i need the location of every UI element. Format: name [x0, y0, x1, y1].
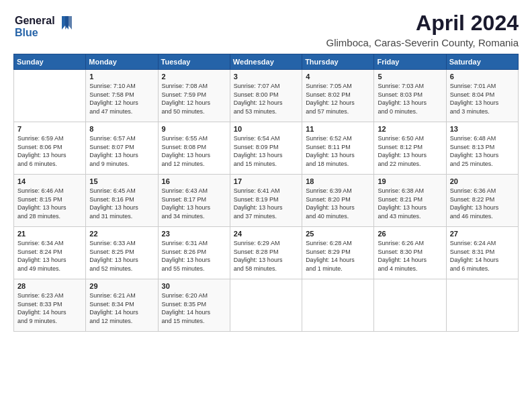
- day-info: Sunrise: 6:50 AM Sunset: 8:12 PM Dayligh…: [378, 134, 442, 168]
- calendar-cell: [230, 279, 302, 332]
- day-info: Sunrise: 6:26 AM Sunset: 8:30 PM Dayligh…: [378, 239, 442, 273]
- day-info: Sunrise: 6:48 AM Sunset: 8:13 PM Dayligh…: [450, 134, 515, 168]
- day-number: 19: [378, 177, 442, 185]
- calendar-cell: 7Sunrise: 6:59 AM Sunset: 8:06 PM Daylig…: [14, 122, 86, 175]
- day-number: 16: [162, 177, 226, 185]
- week-row-2: 7Sunrise: 6:59 AM Sunset: 8:06 PM Daylig…: [14, 122, 519, 175]
- day-number: 28: [17, 282, 82, 290]
- calendar-cell: 26Sunrise: 6:26 AM Sunset: 8:30 PM Dayli…: [374, 227, 446, 279]
- svg-text:General: General: [15, 15, 55, 26]
- day-number: 3: [234, 73, 298, 81]
- day-number: 2: [162, 73, 226, 81]
- day-info: Sunrise: 7:01 AM Sunset: 8:04 PM Dayligh…: [450, 82, 515, 116]
- calendar-cell: 25Sunrise: 6:28 AM Sunset: 8:29 PM Dayli…: [302, 227, 374, 279]
- day-info: Sunrise: 7:10 AM Sunset: 7:58 PM Dayligh…: [89, 82, 154, 116]
- day-number: 25: [306, 230, 370, 238]
- calendar-cell: 1Sunrise: 7:10 AM Sunset: 7:58 PM Daylig…: [86, 70, 158, 122]
- day-info: Sunrise: 7:03 AM Sunset: 8:03 PM Dayligh…: [378, 82, 442, 116]
- day-number: 8: [89, 125, 154, 133]
- calendar-cell: 28Sunrise: 6:23 AM Sunset: 8:33 PM Dayli…: [14, 279, 86, 332]
- calendar-cell: 13Sunrise: 6:48 AM Sunset: 8:13 PM Dayli…: [446, 122, 518, 175]
- week-row-4: 21Sunrise: 6:34 AM Sunset: 8:24 PM Dayli…: [14, 227, 519, 279]
- day-number: 15: [89, 177, 154, 185]
- calendar-cell: 23Sunrise: 6:31 AM Sunset: 8:26 PM Dayli…: [158, 227, 230, 279]
- day-header-saturday: Saturday: [446, 54, 518, 70]
- day-info: Sunrise: 6:46 AM Sunset: 8:15 PM Dayligh…: [17, 187, 82, 220]
- day-number: 5: [378, 73, 442, 81]
- week-row-3: 14Sunrise: 6:46 AM Sunset: 8:15 PM Dayli…: [14, 175, 519, 227]
- day-header-tuesday: Tuesday: [158, 54, 230, 70]
- calendar-cell: 19Sunrise: 6:38 AM Sunset: 8:21 PM Dayli…: [374, 175, 446, 227]
- day-info: Sunrise: 6:29 AM Sunset: 8:28 PM Dayligh…: [234, 239, 298, 273]
- day-info: Sunrise: 6:55 AM Sunset: 8:08 PM Dayligh…: [162, 134, 226, 168]
- calendar-cell: 3Sunrise: 7:07 AM Sunset: 8:00 PM Daylig…: [230, 70, 302, 122]
- calendar-cell: [374, 279, 446, 332]
- calendar-cell: 30Sunrise: 6:20 AM Sunset: 8:35 PM Dayli…: [158, 279, 230, 332]
- day-header-wednesday: Wednesday: [230, 54, 302, 70]
- calendar-container: General Blue April 2024 Glimboca, Caras-…: [0, 0, 532, 411]
- calendar-cell: 10Sunrise: 6:54 AM Sunset: 8:09 PM Dayli…: [230, 122, 302, 175]
- day-info: Sunrise: 6:45 AM Sunset: 8:16 PM Dayligh…: [89, 187, 154, 220]
- day-number: 18: [306, 177, 370, 185]
- day-info: Sunrise: 6:41 AM Sunset: 8:19 PM Dayligh…: [234, 187, 298, 220]
- day-info: Sunrise: 6:57 AM Sunset: 8:07 PM Dayligh…: [89, 134, 154, 168]
- day-info: Sunrise: 6:54 AM Sunset: 8:09 PM Dayligh…: [234, 134, 298, 168]
- day-info: Sunrise: 6:23 AM Sunset: 8:33 PM Dayligh…: [17, 291, 82, 325]
- day-info: Sunrise: 6:38 AM Sunset: 8:21 PM Dayligh…: [378, 187, 442, 220]
- day-info: Sunrise: 6:20 AM Sunset: 8:35 PM Dayligh…: [162, 291, 226, 325]
- calendar-cell: 17Sunrise: 6:41 AM Sunset: 8:19 PM Dayli…: [230, 175, 302, 227]
- day-number: 7: [17, 125, 82, 133]
- day-header-friday: Friday: [374, 54, 446, 70]
- calendar-cell: 6Sunrise: 7:01 AM Sunset: 8:04 PM Daylig…: [446, 70, 518, 122]
- day-number: 27: [450, 230, 515, 238]
- calendar-cell: 5Sunrise: 7:03 AM Sunset: 8:03 PM Daylig…: [374, 70, 446, 122]
- day-number: 10: [234, 125, 298, 133]
- week-row-5: 28Sunrise: 6:23 AM Sunset: 8:33 PM Dayli…: [14, 279, 519, 332]
- day-number: 29: [89, 282, 154, 290]
- calendar-cell: 12Sunrise: 6:50 AM Sunset: 8:12 PM Dayli…: [374, 122, 446, 175]
- day-number: 14: [17, 177, 82, 185]
- svg-text:Blue: Blue: [15, 27, 38, 38]
- day-info: Sunrise: 6:34 AM Sunset: 8:24 PM Dayligh…: [17, 239, 82, 273]
- day-number: 4: [306, 73, 370, 81]
- day-number: 21: [17, 230, 82, 238]
- day-info: Sunrise: 6:31 AM Sunset: 8:26 PM Dayligh…: [162, 239, 226, 273]
- header: General Blue April 2024 Glimboca, Caras-…: [13, 11, 519, 48]
- calendar-cell: [302, 279, 374, 332]
- calendar-cell: 24Sunrise: 6:29 AM Sunset: 8:28 PM Dayli…: [230, 227, 302, 279]
- day-number: 13: [450, 125, 515, 133]
- days-header-row: SundayMondayTuesdayWednesdayThursdayFrid…: [14, 54, 519, 70]
- title-area: April 2024 Glimboca, Caras-Severin Count…: [326, 11, 519, 48]
- day-info: Sunrise: 7:08 AM Sunset: 7:59 PM Dayligh…: [162, 82, 226, 116]
- day-number: 6: [450, 73, 515, 81]
- calendar-cell: 18Sunrise: 6:39 AM Sunset: 8:20 PM Dayli…: [302, 175, 374, 227]
- day-info: Sunrise: 6:39 AM Sunset: 8:20 PM Dayligh…: [306, 187, 370, 220]
- day-header-sunday: Sunday: [14, 54, 86, 70]
- calendar-cell: 29Sunrise: 6:21 AM Sunset: 8:34 PM Dayli…: [86, 279, 158, 332]
- calendar-cell: 11Sunrise: 6:52 AM Sunset: 8:11 PM Dayli…: [302, 122, 374, 175]
- day-info: Sunrise: 6:59 AM Sunset: 8:06 PM Dayligh…: [17, 134, 82, 168]
- day-info: Sunrise: 6:21 AM Sunset: 8:34 PM Dayligh…: [89, 291, 154, 325]
- day-info: Sunrise: 6:52 AM Sunset: 8:11 PM Dayligh…: [306, 134, 370, 168]
- calendar-cell: 2Sunrise: 7:08 AM Sunset: 7:59 PM Daylig…: [158, 70, 230, 122]
- day-info: Sunrise: 6:43 AM Sunset: 8:17 PM Dayligh…: [162, 187, 226, 220]
- calendar-cell: [446, 279, 518, 332]
- logo-icon: General Blue: [13, 11, 74, 41]
- month-title: April 2024: [326, 11, 519, 36]
- calendar-cell: 14Sunrise: 6:46 AM Sunset: 8:15 PM Dayli…: [14, 175, 86, 227]
- day-header-monday: Monday: [86, 54, 158, 70]
- day-info: Sunrise: 7:05 AM Sunset: 8:02 PM Dayligh…: [306, 82, 370, 116]
- day-number: 17: [234, 177, 298, 185]
- day-info: Sunrise: 7:07 AM Sunset: 8:00 PM Dayligh…: [234, 82, 298, 116]
- day-number: 24: [234, 230, 298, 238]
- day-number: 1: [89, 73, 154, 81]
- day-info: Sunrise: 6:24 AM Sunset: 8:31 PM Dayligh…: [450, 239, 515, 273]
- calendar-cell: 9Sunrise: 6:55 AM Sunset: 8:08 PM Daylig…: [158, 122, 230, 175]
- calendar-cell: 4Sunrise: 7:05 AM Sunset: 8:02 PM Daylig…: [302, 70, 374, 122]
- calendar-cell: 8Sunrise: 6:57 AM Sunset: 8:07 PM Daylig…: [86, 122, 158, 175]
- week-row-1: 1Sunrise: 7:10 AM Sunset: 7:58 PM Daylig…: [14, 70, 519, 122]
- day-number: 30: [162, 282, 226, 290]
- calendar-cell: 22Sunrise: 6:33 AM Sunset: 8:25 PM Dayli…: [86, 227, 158, 279]
- calendar-cell: [14, 70, 86, 122]
- day-number: 26: [378, 230, 442, 238]
